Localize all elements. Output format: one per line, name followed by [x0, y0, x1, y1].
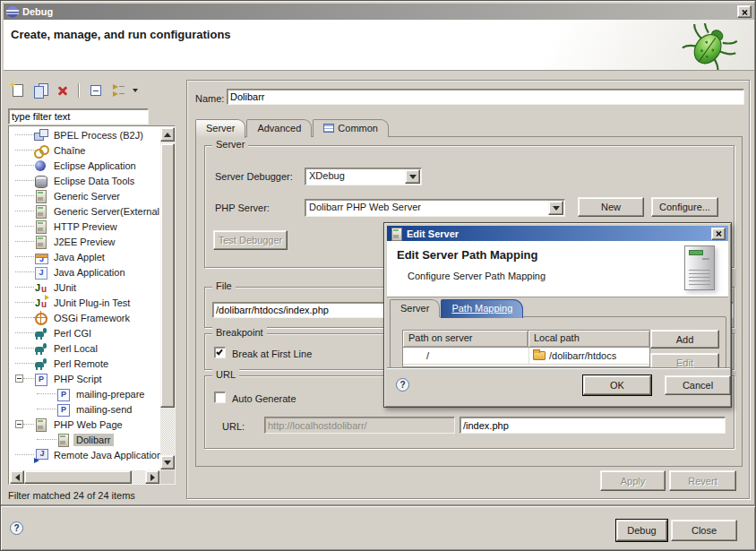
tree-item-cha-ne[interactable]: Chaîne: [10, 142, 160, 158]
tab-server-settings[interactable]: Server: [390, 299, 440, 317]
name-input[interactable]: [227, 89, 744, 105]
button-label: Configure...: [659, 202, 710, 212]
tree-connector: [15, 302, 34, 303]
tree-item-label: Eclipse Data Tools: [51, 175, 137, 187]
db-icon: [34, 175, 47, 187]
tree-item-dolibarr[interactable]: Dolibarr: [10, 432, 160, 447]
tab-advanced[interactable]: Advanced: [246, 119, 312, 137]
close-button[interactable]: Close: [671, 520, 737, 541]
folder-icon: [533, 351, 546, 360]
cancel-button[interactable]: Cancel: [665, 375, 731, 395]
server-debugger-value: XDebug: [309, 170, 345, 181]
button-label: Close: [692, 525, 717, 536]
path-mapping-table[interactable]: Path on serverLocal path //dolibarr/htdo…: [402, 330, 650, 367]
button-label: New: [601, 202, 621, 212]
tree-item-junit-plug-in-test[interactable]: JUnit Plug-in Test: [10, 295, 160, 310]
tree-item-mailing-prepare[interactable]: mailing-prepare: [10, 386, 160, 401]
delete-configuration-button[interactable]: [53, 82, 72, 99]
server-icon: [34, 190, 47, 202]
help-icon[interactable]: ?: [10, 521, 23, 535]
tree-item-eclipse-data-tools[interactable]: Eclipse Data Tools: [10, 173, 160, 188]
tab-path-mapping[interactable]: Path Mapping: [441, 299, 523, 318]
scroll-up-button[interactable]: [160, 127, 175, 142]
collapse-expander-icon[interactable]: [15, 375, 23, 383]
tree-item-label: Perl CGI: [51, 327, 94, 340]
table-icon: [323, 124, 334, 133]
tree-item-mailing-send[interactable]: mailing-send: [10, 401, 160, 417]
tree-item-osgi-framework[interactable]: OSGi Framework: [10, 310, 160, 325]
tree-item-label: Dolibarr: [73, 434, 114, 446]
add-mapping-button[interactable]: Add: [650, 330, 719, 349]
collapse-all-button[interactable]: [86, 82, 105, 99]
test-debugger-button[interactable]: Test Debugger: [213, 230, 288, 250]
path-mapping-rows: //dolibarr/htdocs: [403, 348, 649, 367]
column-header-local-path[interactable]: Local path: [528, 331, 649, 348]
scroll-left-button[interactable]: [10, 470, 24, 484]
apply-button[interactable]: Apply: [600, 470, 666, 491]
button-label: Edit: [676, 357, 693, 368]
tree-item-http-preview[interactable]: HTTP Preview: [10, 219, 160, 234]
filter-input[interactable]: [8, 108, 149, 125]
new-server-button[interactable]: New: [578, 197, 644, 217]
php-server-value: Dolibarr PHP Web Server: [309, 202, 421, 212]
tree-connector: [15, 271, 34, 272]
tree-item-label: PHP Web Page: [51, 418, 125, 431]
tree-item-perl-remote[interactable]: Perl Remote: [10, 356, 160, 371]
server-debugger-select[interactable]: XDebug: [305, 168, 422, 185]
window-close-button[interactable]: [737, 5, 752, 18]
tree-item-java-application[interactable]: Java Application: [10, 264, 160, 280]
tree-item-eclipse-application[interactable]: Eclipse Application: [10, 158, 160, 173]
server-group-legend: Server: [212, 139, 248, 150]
tree-item-perl-local[interactable]: Perl Local: [10, 340, 160, 356]
tree-connector: [37, 393, 56, 394]
tab-server[interactable]: Server: [195, 119, 245, 138]
tree-item-j2ee-preview[interactable]: J2EE Preview: [10, 234, 160, 249]
arrow-up-icon: [164, 133, 171, 137]
scroll-down-button[interactable]: [160, 455, 175, 469]
chevron-down-icon: [133, 89, 138, 92]
new-config-icon: [13, 84, 23, 97]
new-configuration-button[interactable]: [8, 82, 27, 99]
tree-item-generic-server[interactable]: Generic Server: [10, 188, 160, 203]
tree-item-junit[interactable]: JUnit: [10, 280, 160, 295]
dropdown-button[interactable]: [405, 169, 420, 184]
filter-button[interactable]: [108, 82, 127, 99]
dialog-button-bar: ? OK Cancel: [387, 367, 730, 406]
break-first-line-checkbox[interactable]: [214, 347, 226, 358]
tree-item-bpel-process-b2j[interactable]: BPEL Process (B2J): [10, 127, 160, 142]
tree-connector: [15, 165, 34, 166]
scroll-right-button[interactable]: [145, 470, 159, 484]
url-path-input[interactable]: [460, 417, 726, 434]
server-icon: [34, 418, 47, 431]
help-icon[interactable]: ?: [396, 378, 409, 392]
remote-icon: [34, 449, 47, 461]
tree-item-perl-cgi[interactable]: Perl CGI: [10, 325, 160, 340]
ok-button[interactable]: OK: [583, 375, 651, 395]
filter-menu-button[interactable]: [131, 82, 140, 99]
php-server-select[interactable]: Dolibarr PHP Web Server: [305, 199, 565, 217]
debug-button[interactable]: Debug: [616, 520, 667, 541]
table-row[interactable]: //dolibarr/htdocs: [403, 348, 649, 365]
auto-generate-checkbox[interactable]: [214, 392, 226, 403]
edit-server-titlebar: Edit Server: [387, 226, 728, 241]
arrow-down-icon: [164, 461, 171, 465]
tree-item-php-script[interactable]: PHP Script: [10, 371, 160, 386]
vscroll-thumb[interactable]: [160, 143, 175, 408]
edit-server-close-button[interactable]: [711, 228, 726, 240]
tree-item-generic-server-external-la[interactable]: Generic Server(External La: [10, 203, 160, 219]
dropdown-button[interactable]: [548, 201, 563, 215]
tree-item-php-web-page[interactable]: PHP Web Page: [10, 417, 160, 432]
cell-path-on-server: /: [403, 348, 529, 364]
tree-item-java-applet[interactable]: Java Applet: [10, 249, 160, 264]
junitp-icon: [34, 297, 47, 309]
edit-server-dialog: Edit Server Edit Server Path Mapping Con…: [383, 222, 732, 408]
edit-server-banner: Edit Server Path Mapping Configure Serve…: [387, 241, 728, 297]
tree-item-remote-java-application[interactable]: Remote Java Application: [10, 447, 160, 462]
tab-common[interactable]: Common: [313, 119, 389, 137]
duplicate-configuration-button[interactable]: [30, 82, 49, 99]
revert-button[interactable]: Revert: [669, 470, 736, 491]
hscroll-thumb[interactable]: [24, 470, 132, 484]
column-header-path-on-server[interactable]: Path on server: [403, 331, 528, 348]
configure-server-button[interactable]: Configure...: [651, 197, 718, 217]
collapse-expander-icon[interactable]: [15, 420, 23, 428]
